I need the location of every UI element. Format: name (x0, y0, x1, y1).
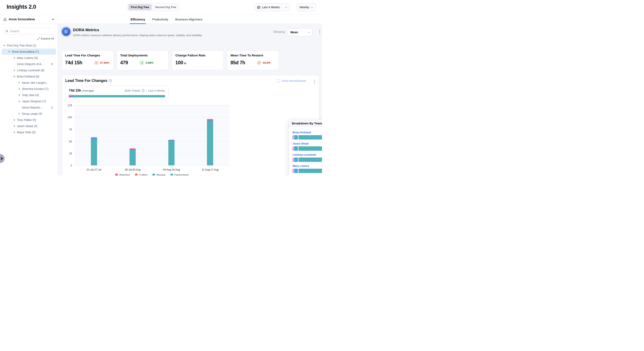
chevron-right-icon[interactable] (13, 69, 16, 72)
metric-card-1: Lead Time For Changes74d 15h↗27.56% (62, 51, 114, 70)
trend-percent: 40.8% (263, 61, 270, 64)
tree-item-1[interactable]: Anna Scozzafava (7) (2, 49, 56, 55)
tree-item-9[interactable]: Jason Simpson (7) (2, 98, 56, 104)
tree-item-13[interactable]: Jason Stead (4) (2, 123, 56, 129)
y-axis-tick-label: 0 (71, 164, 72, 167)
tree-item-label: Jason Simpson (7) (22, 100, 46, 103)
chevron-right-icon[interactable] (18, 82, 20, 84)
insights-app: Insights 2.0 First Org TreeSecond Org Tr… (0, 0, 322, 176)
top-bar: Insights 2.0 First Org TreeSecond Org Tr… (0, 0, 322, 15)
breakdown-panel-title: Breakdown By Teams (292, 122, 322, 125)
tree-item-2[interactable]: Mary Lowery (6) (2, 55, 56, 61)
chevron-down-icon[interactable] (8, 51, 10, 53)
legend-item-deployment[interactable]: Deployment (170, 173, 189, 176)
info-icon[interactable] (109, 79, 112, 82)
bar-segment-deployment (130, 150, 136, 165)
tree-item-14[interactable]: Maya Yette (3) (2, 129, 56, 135)
chevron-right-icon[interactable] (18, 112, 20, 115)
tree-item-3[interactable]: Direct Reports of A... (2, 61, 56, 67)
tree-item-5[interactable]: Brian Kirkland (6) (2, 73, 56, 80)
team-bar-deployment: 74d 15h (298, 146, 322, 151)
metric-card-value: 85d 7h (230, 60, 245, 66)
chevron-down-icon[interactable] (3, 44, 6, 47)
sidebar-person-name: Anna Scozzafava (9, 17, 35, 21)
metric-card-value-row: 479↗3.68% (120, 60, 165, 66)
legend-label: Deployment (174, 173, 189, 176)
tree-item-label: Tony Pallas (5) (17, 118, 36, 122)
team-name-link[interactable]: Mary Lowery (293, 164, 322, 167)
chart-legend: PlanningCodingReviewDeployment (74, 173, 230, 176)
expand-arrows-icon (37, 38, 40, 40)
search-input[interactable] (10, 30, 52, 33)
team-bar-review (294, 135, 298, 140)
chevron-right-icon[interactable] (13, 125, 16, 127)
date-range-value: Last 4 Weeks (262, 6, 280, 9)
date-range-select[interactable]: Last 4 Weeks (254, 3, 290, 11)
chevron-right-icon[interactable] (13, 131, 16, 134)
tab-bar: EfficiencyProductivityBusiness Alignment (58, 15, 322, 24)
tree-item-8[interactable]: Judy Saw (4) (2, 92, 56, 98)
tree-item-12[interactable]: Tony Pallas (5) (2, 117, 56, 123)
org-tree-option-1[interactable]: First Org Tree (128, 4, 152, 10)
org-chart-icon (3, 18, 7, 21)
view-breakdown-button[interactable]: View Breakdown (277, 79, 306, 83)
legend-item-review[interactable]: Review (152, 173, 166, 176)
tab-productivity[interactable]: Productivity (152, 15, 168, 24)
trend-arrow-icon: ↗ (257, 60, 262, 65)
tree-item-label: Anna Scozzafava (7) (12, 50, 39, 53)
tree-item-7[interactable]: Sireesha Kunduri (7) (2, 86, 56, 92)
org-tree-option-2[interactable]: Second Org Tree (153, 4, 179, 10)
x-axis-tick-label: 28 Jul-03 Aug (125, 168, 140, 171)
tree-item-label: Direct Reports ... (22, 106, 44, 109)
tree-item-11[interactable]: Doug Lange (3) (2, 111, 56, 117)
filter-icon[interactable] (50, 63, 54, 66)
granularity-select[interactable]: Weekly (297, 3, 316, 11)
bar-segment-deployment (207, 121, 213, 165)
tab-business-alignment[interactable]: Business Alignment (175, 15, 202, 24)
tree-item-0[interactable]: First Org Tree Root (1) (2, 42, 56, 49)
team-row-1: Brian Kirkland74d 15h (293, 131, 322, 140)
showing-select[interactable]: Mean (288, 28, 312, 36)
chart-gridline (74, 153, 230, 154)
team-name-link[interactable]: Jason Stead (293, 142, 322, 145)
expand-all-button[interactable]: Expand All (37, 37, 54, 40)
chevron-right-icon[interactable] (13, 119, 16, 121)
team-bar-review (294, 169, 298, 173)
sidebar: Anna Scozzafava Expand All First Org Tre… (0, 15, 58, 176)
y-axis-tick-label: 25 (69, 152, 72, 155)
chevron-right-icon[interactable] (13, 57, 16, 59)
chevron-right-icon[interactable] (18, 88, 20, 90)
team-bar-planning (293, 158, 294, 162)
filter-icon[interactable] (50, 106, 54, 109)
team-stacked-bar: 74d 15h (293, 135, 322, 140)
tree-item-4[interactable]: Lindsay Liszewski (8) (2, 67, 56, 73)
legend-item-coding[interactable]: Coding (135, 173, 148, 176)
dora-metrics-icon (62, 27, 70, 36)
metric-card-value: 479 (120, 60, 128, 66)
chevron-up-icon[interactable] (52, 18, 54, 21)
showing-value: Mean (290, 31, 298, 34)
chart-gridline (74, 165, 230, 166)
metric-card-value: 100 (175, 60, 183, 66)
chevron-right-icon[interactable] (18, 94, 20, 96)
tab-efficiency[interactable]: Efficiency (130, 15, 145, 24)
team-name-link[interactable]: Lindsay Liszewski (293, 153, 322, 156)
average-label: (Average) (82, 89, 94, 92)
lead-time-menu-kebab[interactable] (313, 79, 316, 84)
dora-menu-kebab[interactable] (318, 29, 321, 35)
tree-item-10[interactable]: Direct Reports ... (2, 104, 56, 111)
metric-trend-badge: ↗27.56% (94, 60, 110, 65)
team-bar-planning (293, 135, 294, 140)
tree-item-6[interactable]: Aaron Van Langen... (2, 80, 56, 86)
team-name-link[interactable]: Brian Kirkland (293, 131, 322, 134)
info-icon[interactable] (142, 89, 144, 92)
metric-card-title: Change Failure Rate (175, 54, 220, 57)
lead-time-section: Lead Time For Changes View Breakdown 74d… (62, 75, 319, 176)
chevron-right-icon[interactable] (18, 100, 20, 103)
chevron-down-icon[interactable] (13, 75, 16, 78)
team-bar-review (294, 146, 298, 151)
trend-percent: 27.56% (100, 61, 110, 64)
tree-item-label: Doug Lange (3) (22, 112, 42, 115)
page-title: Insights 2.0 (6, 4, 36, 10)
legend-item-planning[interactable]: Planning (115, 173, 130, 176)
